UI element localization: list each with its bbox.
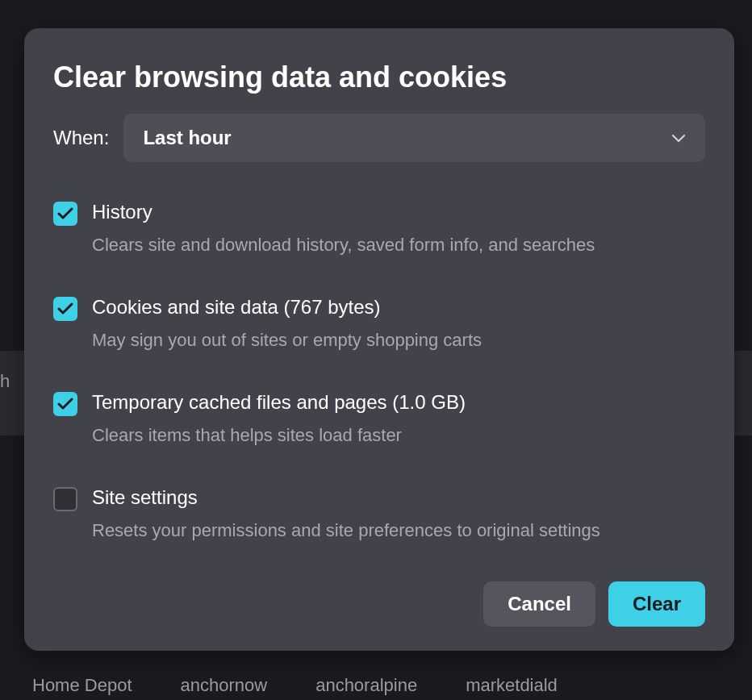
when-label: When:: [53, 127, 109, 149]
option-site-settings: Site settings Resets your permissions an…: [53, 486, 705, 541]
option-history: History Clears site and download history…: [53, 201, 705, 256]
dialog-title: Clear browsing data and cookies: [53, 60, 705, 94]
bg-item: Home Depot: [32, 675, 132, 696]
bg-item: marketdiald: [466, 675, 558, 696]
checkbox-site-settings[interactable]: [53, 487, 77, 511]
clear-data-dialog: Clear browsing data and cookies When: La…: [24, 28, 734, 651]
option-desc: Clears items that helps sites load faste…: [92, 425, 705, 446]
option-desc: Resets your permissions and site prefere…: [92, 520, 705, 541]
option-desc: Clears site and download history, saved …: [92, 235, 705, 256]
background-text-fragment: h: [0, 371, 10, 392]
bg-item: anchornow: [181, 675, 268, 696]
chevron-down-icon: [671, 133, 686, 143]
checkbox-history[interactable]: [53, 202, 77, 226]
option-title: History: [92, 201, 705, 223]
option-cookies: Cookies and site data (767 bytes) May si…: [53, 296, 705, 351]
checkbox-cookies[interactable]: [53, 297, 77, 321]
time-range-row: When: Last hour: [53, 114, 705, 162]
bg-item: anchoralpine: [315, 675, 417, 696]
option-title: Cookies and site data (767 bytes): [92, 296, 705, 319]
time-range-value: Last hour: [143, 127, 231, 149]
option-title: Site settings: [92, 486, 705, 509]
background-shortcuts: Home Depot anchornow anchoralpine market…: [0, 675, 752, 696]
time-range-select[interactable]: Last hour: [123, 114, 705, 162]
clear-button[interactable]: Clear: [608, 581, 705, 627]
option-desc: May sign you out of sites or empty shopp…: [92, 330, 705, 351]
dialog-actions: Cancel Clear: [53, 581, 705, 627]
option-title: Temporary cached files and pages (1.0 GB…: [92, 391, 705, 414]
cancel-button[interactable]: Cancel: [483, 581, 595, 627]
option-cache: Temporary cached files and pages (1.0 GB…: [53, 391, 705, 446]
checkbox-cache[interactable]: [53, 392, 77, 416]
